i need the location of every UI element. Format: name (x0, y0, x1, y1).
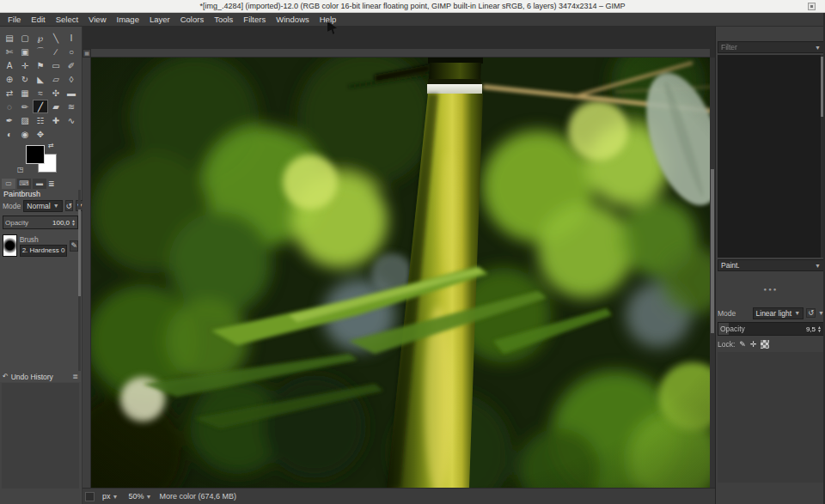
mypaint-brush-tool[interactable]: ▨ (17, 113, 33, 127)
text-tool[interactable]: A (2, 58, 17, 72)
tool-options-title: Paintbrush (3, 190, 40, 198)
title-bar[interactable]: *[img_.4284] (imported)-12.0 (RGB color … (0, 0, 825, 13)
menu-edit[interactable]: Edit (26, 13, 50, 27)
canvas-area: ▦ (82, 27, 715, 504)
layer-mode-reset-button[interactable]: ↺ (806, 308, 816, 318)
fuzzy-select-tool[interactable]: ╲ (48, 31, 64, 45)
paintbrush-tool[interactable]: ╱ (33, 100, 48, 113)
menu-windows[interactable]: Windows (271, 13, 315, 27)
smudge-tool[interactable]: ∿ (64, 113, 79, 127)
preset-filter-input[interactable]: Filter ▼ (718, 41, 824, 53)
chevron-down-icon: ▼ (145, 494, 151, 500)
crop-tool[interactable]: ▭ (48, 58, 64, 72)
device-status-tab[interactable]: ⌨ (17, 179, 31, 189)
mypaint-brush-tool-icon: ▨ (21, 116, 28, 125)
window-control-icon[interactable] (808, 3, 816, 10)
menu-tools[interactable]: Tools (209, 13, 238, 27)
ellipse-select-tool-icon: ▢ (21, 33, 28, 43)
brush-thumbnail[interactable] (3, 234, 17, 257)
scissors-select-tool[interactable]: ✄ (2, 45, 17, 58)
menu-filters[interactable]: Filters (238, 13, 271, 27)
unified-transform-tool[interactable]: ⊕ (2, 72, 17, 86)
opacity-slider[interactable]: Opacity 100,0 ▲▼ (3, 216, 78, 229)
vertical-ruler[interactable] (82, 58, 91, 488)
mode-reset-button[interactable]: ↺ (65, 200, 74, 211)
undo-history-header: ↶ Undo History ≣ (0, 371, 81, 382)
foreground-color-swatch[interactable] (26, 145, 45, 164)
lock-alpha-icon[interactable] (761, 340, 769, 349)
dodge-burn-tool[interactable]: ◐ (2, 127, 17, 141)
zoom-tool[interactable]: ○ (64, 45, 79, 58)
hand-tool[interactable]: ✥ (33, 127, 48, 141)
edit-brush-button[interactable]: ✎ (70, 240, 78, 252)
status-message: More color (674,6 MB) (159, 492, 236, 501)
flip-tool[interactable]: ⇄ (2, 86, 17, 100)
layer-list (718, 352, 824, 483)
swap-colors-icon[interactable]: ⇄ (48, 142, 54, 149)
horizontal-ruler[interactable] (91, 49, 710, 58)
paths-tool-icon: ⌒ (36, 46, 45, 58)
color-picker-tool[interactable]: ∕ (48, 45, 64, 58)
menu-view[interactable]: View (83, 13, 111, 27)
rectangle-select-tool[interactable]: ▤ (2, 31, 17, 45)
layer-mode-select[interactable]: Linear light ▼ (753, 307, 804, 319)
foreground-select-tool[interactable]: ▣ (17, 45, 33, 58)
bucket-fill-tool[interactable]: ◉ (17, 127, 33, 141)
panel-menu-icon[interactable]: ≣ (72, 373, 78, 380)
canvas-image[interactable] (91, 58, 710, 488)
default-colors-icon[interactable]: ◳ (17, 166, 24, 173)
gradient-tool[interactable]: ▬ (64, 86, 79, 100)
heal-tool[interactable]: ✚ (48, 113, 64, 127)
shear-tool[interactable]: ▱ (48, 72, 64, 86)
chevron-down-icon: ▼ (815, 45, 821, 51)
spinner-icon[interactable]: ▲▼ (71, 219, 76, 226)
warp-transform-tool[interactable]: ≈ (33, 86, 48, 100)
handle-transform-tool[interactable]: ✣ (48, 86, 64, 100)
alignment-tool[interactable]: ⚑ (33, 58, 48, 72)
free-select-tool[interactable]: ℘ (33, 31, 48, 45)
tool-options-tab[interactable]: ▭ (2, 179, 15, 189)
lock-position-icon[interactable]: ✛ (750, 340, 757, 349)
perspective-tool[interactable]: ◊ (64, 72, 79, 86)
fuzzy-select-tool-icon: ╲ (53, 33, 58, 43)
pencil-tool[interactable]: ✏ (17, 100, 33, 113)
menu-select[interactable]: Select (51, 13, 83, 27)
preset-tag-select[interactable]: Paint. ▼ (718, 259, 824, 271)
paths-tool[interactable]: ⌒ (33, 45, 48, 58)
rotate-tool[interactable]: ↻ (17, 72, 33, 86)
spinner-icon[interactable]: ▲▼ (817, 325, 822, 332)
mode-select[interactable]: Normal ▼ (23, 200, 62, 212)
ruler-corner-button[interactable]: ▦ (82, 49, 91, 58)
dock-menu-icon[interactable]: ≣ (48, 179, 55, 188)
clone-tool[interactable]: ☷ (33, 113, 48, 127)
ink-tool[interactable]: ✒ (2, 113, 17, 127)
lock-pixels-icon[interactable]: ✎ (739, 340, 746, 349)
cage-transform-tool[interactable]: ▦ (17, 86, 33, 100)
brush-name-field[interactable]: 2. Hardness 0 (20, 245, 68, 257)
quick-mask-toggle[interactable] (85, 492, 95, 501)
scale-tool[interactable]: ◣ (33, 72, 48, 86)
histogram-tab[interactable]: ▬ (33, 179, 46, 189)
menu-file[interactable]: File (3, 13, 26, 27)
airbrush-tool[interactable]: ≋ (64, 100, 79, 113)
preset-footer (718, 274, 824, 287)
window-title: *[img_.4284] (imported)-12.0 (RGB color … (199, 2, 625, 10)
select-by-color-tool[interactable]: Ⅰ (64, 31, 79, 45)
bamboo-photo (91, 58, 710, 488)
blur-sharpen-tool[interactable]: ◌ (2, 100, 17, 113)
unit-select[interactable]: px ▼ (100, 491, 120, 501)
blur-sharpen-tool-icon: ◌ (7, 102, 12, 112)
menu-image[interactable]: Image (112, 13, 144, 27)
tool-options-scrollbar[interactable] (78, 190, 81, 384)
menu-colors[interactable]: Colors (175, 13, 209, 27)
ellipse-select-tool[interactable]: ▢ (17, 31, 33, 45)
measure-tool[interactable]: ✐ (64, 58, 79, 72)
free-select-tool-icon: ℘ (38, 33, 44, 43)
cage-transform-tool-icon: ▦ (21, 88, 28, 98)
zoom-select[interactable]: 50% ▼ (125, 491, 154, 501)
menu-layer[interactable]: Layer (144, 13, 175, 27)
move-tool[interactable]: ✛ (17, 58, 33, 72)
eraser-tool[interactable]: ▰ (48, 100, 64, 113)
select-by-color-tool-icon: Ⅰ (70, 33, 73, 43)
layer-opacity-slider[interactable]: Opacity 9,5 ▲▼ (718, 322, 824, 336)
